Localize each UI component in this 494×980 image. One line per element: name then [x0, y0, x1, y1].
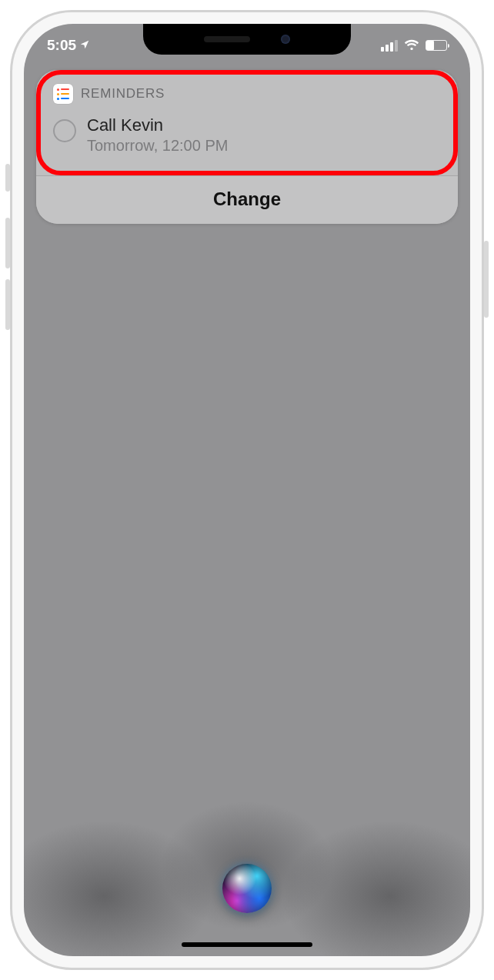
iphone-frame: 5:05	[10, 10, 484, 970]
reminders-app-icon	[53, 84, 73, 104]
reminder-title: Call Kevin	[87, 115, 228, 136]
reminder-subtitle: Tomorrow, 12:00 PM	[87, 136, 228, 155]
annotation-highlight: REMINDERS Call Kevin Tomorrow, 12:00 PM	[36, 70, 458, 175]
card-header: REMINDERS	[41, 75, 453, 110]
notch	[143, 24, 351, 55]
mute-switch[interactable]	[5, 164, 10, 192]
front-camera	[281, 35, 290, 44]
battery-icon	[426, 40, 447, 51]
status-time: 5:05	[47, 37, 76, 54]
volume-up-button[interactable]	[5, 218, 10, 268]
wifi-icon	[404, 38, 419, 53]
card-app-name: REMINDERS	[81, 86, 165, 102]
siri-reminder-card: REMINDERS Call Kevin Tomorrow, 12:00 PM …	[36, 70, 458, 224]
change-button[interactable]: Change	[36, 176, 458, 224]
location-services-icon	[79, 39, 90, 52]
screen: 5:05	[24, 24, 470, 956]
reminder-checkbox[interactable]	[53, 119, 76, 142]
cellular-signal-icon	[381, 40, 398, 52]
volume-down-button[interactable]	[5, 279, 10, 330]
siri-orb[interactable]	[222, 864, 272, 913]
siri-orb-container	[218, 859, 276, 918]
home-indicator[interactable]	[182, 942, 312, 947]
siri-background-glow	[24, 756, 470, 956]
reminder-item[interactable]: Call Kevin Tomorrow, 12:00 PM	[41, 110, 453, 168]
earpiece-speaker	[204, 36, 250, 42]
power-button[interactable]	[484, 241, 489, 318]
